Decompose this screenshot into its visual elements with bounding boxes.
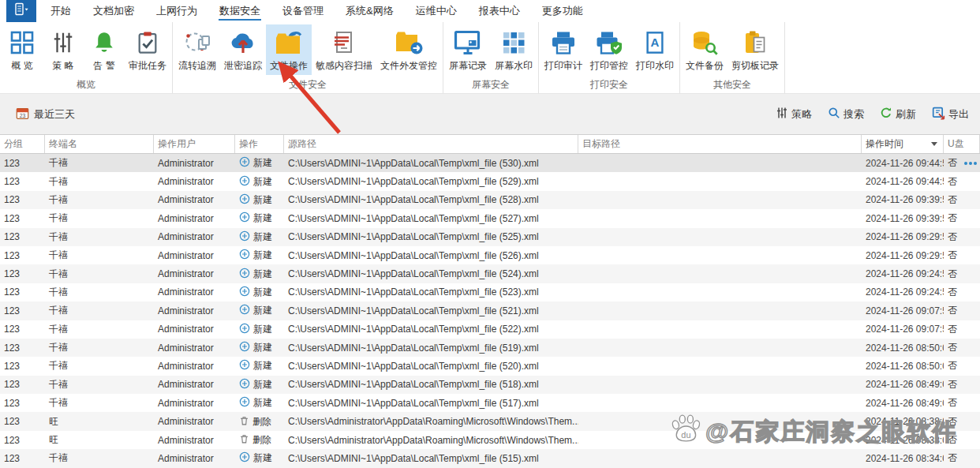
cell-2: Administrator	[154, 435, 235, 446]
column-header-0[interactable]: 分组	[0, 135, 45, 153]
menu-item-文档加密[interactable]: 文档加密	[82, 0, 145, 22]
svg-text:A: A	[651, 36, 660, 49]
screen-record-icon	[454, 27, 482, 58]
cell-7: 否	[944, 249, 980, 262]
cell-3: 新建	[235, 193, 284, 207]
table-row[interactable]: 123千禧Administrator新建C:\Users\ADMINI~1\Ap…	[0, 376, 980, 394]
menu-item-数据安全[interactable]: 数据安全	[208, 0, 271, 22]
table-row[interactable]: 123千禧Administrator新建C:\Users\ADMINI~1\Ap…	[0, 283, 980, 301]
ribbon-button-clipboard-record[interactable]: 剪切板记录	[728, 24, 783, 75]
policy-icon	[51, 27, 75, 58]
column-header-1[interactable]: 终端名	[45, 135, 154, 153]
cell-7: 否	[944, 433, 980, 447]
operation-label: 新建	[253, 451, 272, 465]
app-menu-icon	[13, 2, 30, 21]
cell-2: Administrator	[154, 194, 235, 205]
cell-4: C:\Users\Administrator\AppData\Roaming\M…	[284, 416, 578, 427]
ribbon-button-approval[interactable]: 审批任务	[125, 24, 170, 75]
table-row[interactable]: 123千禧Administrator新建C:\Users\ADMINI~1\Ap…	[0, 320, 980, 339]
ribbon-group-items: 文件备份剪切板记录	[682, 22, 783, 77]
table-row[interactable]: 123千禧Administrator新建C:\Users\ADMINI~1\Ap…	[0, 264, 980, 283]
ribbon-button-screen-watermark[interactable]: 屏幕水印	[491, 24, 537, 75]
cell-4: C:\Users\ADMINI~1\AppData\Local\Temp\xml…	[284, 213, 578, 224]
ribbon-button-label: 屏幕记录	[449, 59, 487, 73]
date-range-filter[interactable]: 23 最近三天	[16, 107, 75, 122]
action-button-refresh[interactable]: 刷新	[880, 107, 916, 122]
action-button-policy-small[interactable]: 策略	[776, 107, 812, 122]
ribbon-button-label: 泄密追踪	[224, 59, 262, 73]
cell-1: 千禧	[45, 359, 154, 373]
action-button-label: 刷新	[896, 107, 916, 122]
ribbon-button-policy[interactable]: 策 略	[43, 24, 84, 75]
column-header-4[interactable]: 源路径	[284, 135, 578, 153]
table-row[interactable]: 123千禧Administrator新建C:\Users\ADMINI~1\Ap…	[0, 357, 980, 375]
menu-item-开始[interactable]: 开始	[39, 0, 82, 22]
ribbon-button-overview[interactable]: 概 览	[2, 24, 43, 75]
column-header-2[interactable]: 操作用户	[154, 135, 235, 153]
search-icon	[828, 107, 840, 122]
table-row[interactable]: 123千禧Administrator新建C:\Users\ADMINI~1\Ap…	[0, 228, 980, 246]
ribbon-button-outgoing[interactable]: 文件外发管控	[376, 24, 441, 75]
cell-1: 千禧	[45, 175, 154, 189]
cell-1: 千禧	[45, 341, 154, 354]
table-row[interactable]: 123千禧Administrator新建C:\Users\ADMINI~1\Ap…	[0, 394, 980, 412]
ribbon-button-trace[interactable]: 流转追溯	[174, 24, 220, 75]
action-button-label: 搜索	[843, 107, 864, 122]
ribbon-button-label: 文件外发管控	[380, 59, 437, 73]
create-icon	[239, 212, 250, 225]
cell-0: 123	[0, 158, 45, 169]
row-more-icon[interactable]	[964, 162, 967, 165]
ribbon-button-print-audit[interactable]: 打印审计	[540, 24, 586, 75]
ribbon-button-scan[interactable]: 敏感内容扫描	[312, 24, 376, 75]
cell-6: 2024-11-26 09:24:59	[862, 268, 944, 279]
ribbon-button-alert[interactable]: 告 警	[84, 24, 125, 75]
column-header-7[interactable]: U盘	[944, 135, 980, 153]
cell-6: 2024-11-26 09:39:59	[862, 194, 944, 205]
column-header-3[interactable]: 操作	[235, 135, 284, 153]
table-row[interactable]: 123千禧Administrator新建C:\Users\ADMINI~1\Ap…	[0, 172, 980, 190]
ribbon-button-leak[interactable]: 泄密追踪	[220, 24, 266, 75]
table-row[interactable]: 123千禧Administrator新建C:\Users\ADMINI~1\Ap…	[0, 449, 980, 467]
menu-item-设备管理[interactable]: 设备管理	[271, 0, 335, 22]
menu-item-上网行为[interactable]: 上网行为	[145, 0, 208, 22]
cell-3: 新建	[235, 268, 284, 281]
table-row[interactable]: 123旺Administrator删除C:\Users\Administrato…	[0, 412, 980, 430]
table-row[interactable]: 123千禧Administrator新建C:\Users\ADMINI~1\Ap…	[0, 154, 980, 172]
file-ops-icon	[275, 27, 303, 58]
cell-2: Administrator	[154, 286, 235, 298]
cell-1: 旺	[45, 433, 154, 447]
table-row[interactable]: 123千禧Administrator新建C:\Users\ADMINI~1\Ap…	[0, 191, 980, 209]
table-row[interactable]: 123千禧Administrator新建C:\Users\ADMINI~1\Ap…	[0, 301, 980, 320]
menu-item-报表中心[interactable]: 报表中心	[468, 0, 531, 22]
cell-1: 千禧	[45, 304, 154, 317]
table-row[interactable]: 123千禧Administrator新建C:\Users\ADMINI~1\Ap…	[0, 339, 980, 357]
table-row[interactable]: 123千禧Administrator新建C:\Users\ADMINI~1\Ap…	[0, 209, 980, 227]
column-header-5[interactable]: 目标路径	[578, 135, 862, 153]
operation-label: 新建	[253, 212, 272, 225]
ribbon-button-label: 屏幕水印	[495, 59, 533, 73]
ribbon-button-print-control[interactable]: 打印管控	[586, 24, 632, 75]
ribbon-button-print-watermark[interactable]: A打印水印	[632, 24, 678, 75]
create-icon	[239, 249, 250, 262]
cell-4: C:\Users\ADMINI~1\AppData\Local\Temp\xml…	[284, 361, 578, 372]
ribbon-button-file-ops[interactable]: 文件操作	[266, 24, 312, 75]
app-menu-button[interactable]	[6, 0, 36, 22]
ribbon-button-file-backup[interactable]: 文件备份	[682, 24, 728, 75]
table-row[interactable]: 123旺Administrator删除C:\Users\Administrato…	[0, 431, 980, 449]
cell-3: 删除	[235, 433, 284, 447]
cell-2: Administrator	[154, 398, 235, 409]
table-row[interactable]: 123千禧Administrator新建C:\Users\ADMINI~1\Ap…	[0, 246, 980, 264]
action-button-export[interactable]: 导出	[932, 107, 969, 122]
column-header-6[interactable]: 操作时间	[862, 135, 944, 153]
cell-6: 2024-11-26 09:44:59	[862, 158, 944, 169]
cell-2: Administrator	[154, 305, 235, 316]
menu-item-系统&网络[interactable]: 系统&网络	[335, 0, 405, 22]
cell-2: Administrator	[154, 250, 235, 261]
ribbon-button-screen-record[interactable]: 屏幕记录	[445, 24, 491, 75]
create-icon	[239, 230, 250, 244]
time-filter-arrow-icon[interactable]	[931, 142, 937, 146]
cell-3: 新建	[235, 249, 284, 262]
action-button-search[interactable]: 搜索	[828, 107, 864, 122]
menu-item-运维中心[interactable]: 运维中心	[405, 0, 468, 22]
menu-item-更多功能[interactable]: 更多功能	[531, 0, 594, 22]
